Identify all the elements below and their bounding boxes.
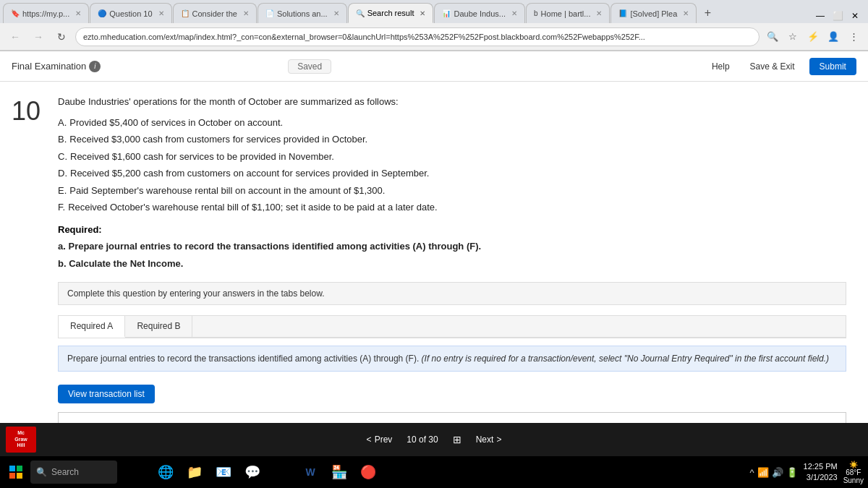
weather-condition: Sunny — [843, 476, 864, 484]
taskbar-app-chrome[interactable]: 🔴 — [354, 458, 382, 486]
view-transaction-button[interactable]: View transaction list — [58, 385, 155, 403]
taskbar-app-teams[interactable]: 💬 — [239, 458, 266, 486]
browser-tab-8[interactable]: 📘 [Solved] Plea ✕ — [610, 3, 697, 23]
taskbar-app-edge[interactable]: 🌐 — [152, 458, 179, 486]
extensions-icon[interactable]: ⚡ — [804, 28, 822, 46]
transaction-letter-a: A. — [58, 114, 67, 131]
info-icon[interactable]: i — [89, 61, 101, 72]
submit-button[interactable]: Submit — [809, 58, 856, 75]
transaction-letter-f: F. — [58, 199, 65, 215]
tab-label-1: https://my.p... — [22, 9, 69, 18]
search-icon-taskbar: 🔍 — [36, 467, 47, 477]
tab-favicon-8: 📘 — [618, 9, 627, 17]
prev-label: Prev — [375, 435, 393, 445]
tab-label-3: Consider the — [192, 9, 237, 18]
list-item: D. Received $5,200 cash from customers o… — [58, 165, 846, 181]
question-intro: Daube Industries' operations for the mon… — [58, 96, 846, 107]
address-input[interactable] — [75, 27, 760, 46]
restore-button[interactable]: ⬜ — [830, 9, 845, 23]
volume-icon[interactable]: 🔊 — [772, 467, 783, 478]
required-b-text: Calculate the Net Income. — [69, 258, 183, 269]
save-exit-button[interactable]: Save & Exit — [744, 59, 801, 74]
tab-label-8: [Solved] Plea — [630, 9, 677, 18]
req-a-letter: a. — [58, 241, 68, 252]
tab-favicon-4: 📄 — [265, 9, 274, 17]
search-icon[interactable]: 🔍 — [764, 28, 781, 46]
refresh-button[interactable]: ↻ — [52, 27, 71, 46]
browser-tab-3[interactable]: 📋 Consider the ✕ — [173, 3, 257, 23]
transaction-letter-c: C. — [58, 148, 67, 165]
search-label: Search — [51, 467, 79, 477]
mcgraw-logo-container: Mc Graw Hill — [6, 427, 36, 453]
mcgraw-graw: Graw — [14, 437, 27, 442]
help-button[interactable]: Help — [706, 59, 736, 74]
app-title-text: Final Examination — [12, 61, 86, 72]
browser-tab-7[interactable]: b Home | bartl... ✕ — [526, 3, 610, 23]
taskbar-app-widgets[interactable]: 🗂 — [123, 458, 150, 486]
tab-favicon-5: 🔍 — [356, 9, 365, 17]
new-tab-button[interactable]: + — [697, 3, 718, 23]
tab-close-8[interactable]: ✕ — [683, 9, 689, 17]
clock[interactable]: 12:25 PM 3/1/2023 — [804, 461, 838, 484]
tab-favicon-1: 🔖 — [11, 9, 20, 17]
transaction-text-a: Provided $5,400 of services in October o… — [69, 114, 283, 131]
back-button[interactable]: ← — [6, 27, 25, 46]
forward-button[interactable]: → — [29, 27, 48, 46]
taskbar-app-mail[interactable]: 📧 — [210, 458, 237, 486]
list-item: A. Provided $5,400 of services in Octobe… — [58, 114, 846, 131]
profile-icon[interactable]: 👤 — [825, 28, 842, 46]
taskbar-app-antivirus[interactable]: 🛡 — [268, 458, 295, 486]
app-header: Final Examination i Saved Help Save & Ex… — [0, 51, 868, 82]
windows-logo — [9, 466, 22, 479]
prev-button[interactable]: < Prev — [367, 435, 393, 445]
journal-worksheet: Journal entry worksheet < 1 2 3 4 5 6 > … — [58, 412, 846, 423]
browser-tab-2[interactable]: 🔵 Question 10 ✕ — [90, 3, 171, 23]
wifi-icon[interactable]: 📶 — [757, 467, 769, 478]
taskbar-app-explorer[interactable]: 📁 — [181, 458, 208, 486]
question-number: 10 — [12, 96, 41, 127]
tab-close-2[interactable]: ✕ — [158, 9, 164, 17]
tab-close-6[interactable]: ✕ — [511, 9, 517, 17]
taskbar-app-word[interactable]: W — [297, 458, 324, 486]
tab-required-a[interactable]: Required A — [59, 316, 125, 338]
tab-close-1[interactable]: ✕ — [75, 9, 81, 17]
tab-close-7[interactable]: ✕ — [596, 9, 602, 17]
list-item: E. Paid September's warehouse rental bil… — [58, 182, 846, 199]
required-label: Required: — [58, 224, 846, 235]
close-window-button[interactable]: ✕ — [848, 9, 862, 23]
weather-widget: ☀️ 68°F Sunny — [843, 461, 864, 484]
chevron-up-icon[interactable]: ^ — [749, 467, 754, 478]
browser-tab-6[interactable]: 📊 Daube Indus... ✕ — [434, 3, 525, 23]
bookmark-icon[interactable]: ☆ — [784, 28, 801, 46]
instruction-box: Prepare journal entries to record the tr… — [58, 346, 846, 372]
tab-label-6: Daube Indus... — [454, 9, 506, 18]
taskbar: 🔍 Search 🗂 🌐 📁 📧 💬 🛡 W 🏪 🔴 ^ 📶 🔊 🔋 12:25… — [0, 456, 868, 488]
browser-tab-1[interactable]: 🔖 https://my.p... ✕ — [3, 3, 89, 23]
battery-icon[interactable]: 🔋 — [786, 467, 798, 478]
tab-required-b[interactable]: Required B — [125, 316, 192, 337]
tabs-container: Required A Required B — [58, 315, 846, 338]
page-indicator: 10 of 30 — [407, 435, 438, 445]
tab-label-5: Search result — [367, 9, 414, 17]
minimize-button[interactable]: — — [813, 9, 827, 23]
browser-tab-4[interactable]: 📄 Solutions an... ✕ — [258, 3, 347, 23]
next-button[interactable]: Next > — [476, 435, 502, 445]
mcgraw-hill: Hill — [17, 442, 25, 448]
required-section: Required: a. Prepare journal entries to … — [58, 224, 846, 272]
taskbar-app-store[interactable]: 🏪 — [326, 458, 353, 486]
menu-icon[interactable]: ⋮ — [845, 28, 862, 46]
transaction-letter-b: B. — [58, 131, 67, 147]
transaction-letter-e: E. — [58, 182, 67, 199]
transaction-letter-d: D. — [58, 165, 67, 181]
list-item: B. Received $3,000 cash from customers f… — [58, 131, 846, 147]
taskbar-apps: 🗂 🌐 📁 📧 💬 🛡 W 🏪 🔴 — [123, 458, 382, 486]
start-button[interactable] — [4, 461, 27, 484]
tab-close-4[interactable]: ✕ — [333, 9, 339, 17]
tab-close-3[interactable]: ✕ — [243, 9, 249, 17]
browser-tab-5[interactable]: 🔍 Search result ✕ — [348, 3, 434, 23]
taskbar-search[interactable]: 🔍 Search — [30, 461, 117, 484]
tab-close-5[interactable]: ✕ — [420, 9, 425, 17]
grid-icon[interactable]: ⊞ — [453, 434, 461, 445]
req-b-letter: b. — [58, 258, 69, 269]
bottom-nav: Mc Graw Hill < Prev 10 of 30 ⊞ Next > — [0, 423, 868, 456]
